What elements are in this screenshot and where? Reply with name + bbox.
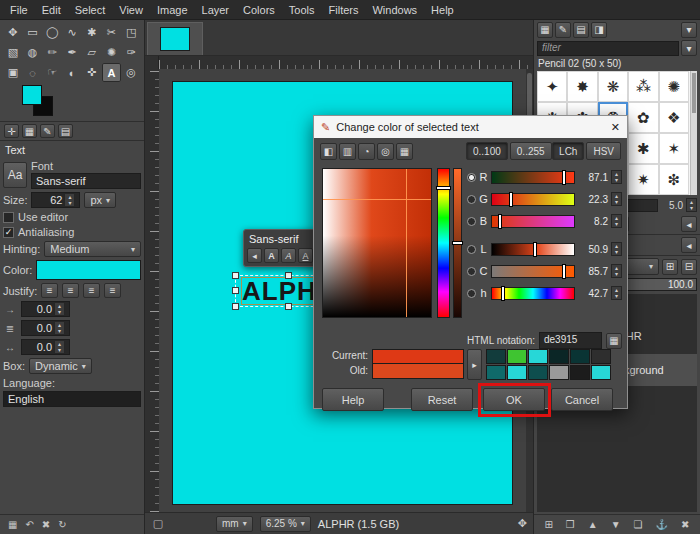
use-editor-checkbox[interactable] bbox=[3, 212, 14, 223]
language-input[interactable]: English bbox=[3, 391, 141, 407]
hue-strip[interactable] bbox=[437, 168, 450, 318]
size-input[interactable]: 62 ▴ ▾ bbox=[31, 192, 80, 208]
brush-scrollbar[interactable] bbox=[690, 71, 697, 195]
letter-spacing-value[interactable]: 0.0 bbox=[26, 341, 52, 353]
slider-track-h[interactable] bbox=[491, 287, 575, 300]
palette-swatch[interactable] bbox=[528, 365, 548, 380]
selection-handle[interactable] bbox=[232, 303, 239, 310]
tab-brushes-icon[interactable]: ▦ bbox=[537, 22, 553, 38]
palette-swatch[interactable] bbox=[591, 349, 611, 364]
palette-swatch[interactable] bbox=[507, 365, 527, 380]
palette-swatch[interactable] bbox=[549, 349, 569, 364]
radio-h[interactable] bbox=[467, 289, 476, 298]
spin-down-icon[interactable]: ▾ bbox=[65, 200, 74, 206]
indent-input[interactable]: 0.0 ▴ ▾ bbox=[21, 301, 70, 317]
use-editor-row[interactable]: Use editor bbox=[3, 211, 141, 223]
tab-patterns-icon[interactable]: ✎ bbox=[555, 22, 571, 38]
restore-options-icon[interactable]: ↶ bbox=[25, 519, 33, 530]
hsv-button[interactable]: HSV bbox=[586, 142, 621, 160]
tool-text-icon[interactable]: A bbox=[102, 63, 122, 82]
underline-button[interactable]: A bbox=[298, 248, 313, 263]
slider-value[interactable]: 8.2 bbox=[578, 216, 608, 227]
justify-right-button[interactable]: ≡ bbox=[62, 283, 79, 298]
tab-gradients-icon[interactable]: ◨ bbox=[591, 22, 607, 38]
brush-item[interactable]: ❇ bbox=[659, 164, 689, 195]
new-group-icon[interactable]: ❒ bbox=[566, 519, 575, 530]
tool-free-select-icon[interactable]: ∿ bbox=[62, 23, 82, 42]
spacing-spinner[interactable]: ▴ ▾ bbox=[686, 198, 697, 212]
brush-item[interactable]: ✶ bbox=[659, 133, 689, 164]
tool-blur-icon[interactable]: ◌ bbox=[23, 63, 43, 82]
collapse-panel-icon[interactable]: ◂ bbox=[681, 216, 697, 232]
cancel-button[interactable]: Cancel bbox=[551, 388, 613, 411]
spin-down-icon[interactable]: ▾ bbox=[612, 249, 621, 255]
delete-options-icon[interactable]: ✖ bbox=[42, 519, 50, 530]
slider-spinner[interactable]: ▴▾ bbox=[611, 192, 622, 206]
justify-fill-button[interactable]: ≡ bbox=[104, 283, 121, 298]
line-spacing-value[interactable]: 0.0 bbox=[26, 322, 52, 334]
menu-image[interactable]: Image bbox=[157, 4, 188, 16]
close-icon[interactable]: ✕ bbox=[611, 121, 620, 134]
menu-file[interactable]: File bbox=[10, 4, 28, 16]
slider-value[interactable]: 42.7 bbox=[578, 288, 608, 299]
anchor-layer-icon[interactable]: ⚓ bbox=[656, 519, 668, 530]
indent-spinner[interactable]: ▴ ▾ bbox=[54, 302, 65, 316]
tab-device-status-icon[interactable]: ▦ bbox=[22, 124, 37, 138]
slider-track-r[interactable] bbox=[491, 171, 575, 184]
tab-tool-options-icon[interactable]: ✛ bbox=[4, 124, 19, 138]
old-color-swatch[interactable] bbox=[372, 364, 464, 379]
radio-r[interactable] bbox=[467, 173, 476, 182]
slider-marker[interactable] bbox=[499, 215, 501, 228]
foreground-color-swatch[interactable] bbox=[22, 85, 42, 105]
brush-item[interactable]: ⁂ bbox=[628, 71, 658, 102]
palette-swatch[interactable] bbox=[570, 349, 590, 364]
dock-collapse-icon[interactable]: ◂ bbox=[681, 237, 697, 253]
spin-down-icon[interactable]: ▾ bbox=[612, 271, 621, 277]
ruler-corner[interactable] bbox=[145, 56, 159, 69]
dock-menu-chevron-icon[interactable]: ▾ bbox=[681, 22, 697, 38]
brush-item[interactable]: ✦ bbox=[537, 71, 567, 102]
menu-windows[interactable]: Windows bbox=[372, 4, 417, 16]
radio-b[interactable] bbox=[467, 217, 476, 226]
palette-selector-icon[interactable]: ▦ bbox=[396, 143, 413, 160]
lch-button[interactable]: LCh bbox=[552, 142, 584, 160]
lower-layer-icon[interactable]: ▼ bbox=[611, 519, 621, 530]
justify-left-button[interactable]: ≡ bbox=[41, 283, 58, 298]
brush-item[interactable]: ❋ bbox=[598, 71, 628, 102]
palette-swatch[interactable] bbox=[486, 349, 506, 364]
tool-fuzzy-select-icon[interactable]: ✱ bbox=[82, 23, 102, 42]
zoom-dropdown[interactable]: 6.25 % ▾ bbox=[260, 516, 311, 532]
new-layer-icon[interactable]: ⊞ bbox=[544, 519, 552, 530]
slider-marker[interactable] bbox=[563, 265, 565, 278]
brush-item[interactable]: ✷ bbox=[628, 164, 658, 195]
slider-marker[interactable] bbox=[510, 193, 512, 206]
spin-down-icon[interactable]: ▾ bbox=[612, 199, 621, 205]
raise-layer-icon[interactable]: ▲ bbox=[588, 519, 598, 530]
selection-handle[interactable] bbox=[285, 303, 292, 310]
tool-smudge-icon[interactable]: ☞ bbox=[42, 63, 62, 82]
menu-select[interactable]: Select bbox=[75, 4, 106, 16]
palette-swatch[interactable] bbox=[570, 365, 590, 380]
slider-value[interactable]: 87.1 bbox=[578, 172, 608, 183]
bold-button[interactable]: A bbox=[264, 248, 279, 263]
font-preview-button[interactable]: Aa bbox=[3, 162, 27, 188]
color-picker-button[interactable]: ▦ bbox=[606, 333, 622, 349]
unit-dropdown[interactable]: px ▾ bbox=[84, 192, 116, 208]
tool-zoom-icon[interactable]: ◎ bbox=[121, 63, 141, 82]
letter-spacing-spinner[interactable]: ▴ ▾ bbox=[54, 340, 65, 354]
slider-value[interactable]: 85.7 bbox=[578, 266, 608, 277]
wheel-selector-icon[interactable]: ◎ bbox=[377, 143, 394, 160]
ok-button[interactable]: OK bbox=[483, 388, 545, 411]
range-0-255-button[interactable]: 0..255 bbox=[510, 142, 552, 160]
slider-value[interactable]: 50.9 bbox=[578, 244, 608, 255]
strip-marker[interactable] bbox=[453, 242, 462, 244]
slider-marker[interactable] bbox=[534, 243, 536, 256]
slider-spinner[interactable]: ▴▾ bbox=[611, 214, 622, 228]
indent-value[interactable]: 0.0 bbox=[26, 303, 52, 315]
filter-chevron-icon[interactable]: ▾ bbox=[681, 40, 697, 56]
tool-bucket-fill-icon[interactable]: ◍ bbox=[23, 43, 43, 62]
slider-marker[interactable] bbox=[563, 171, 565, 184]
slider-track-c[interactable] bbox=[491, 265, 575, 278]
antialiasing-row[interactable]: ✓ Antialiasing bbox=[3, 226, 141, 238]
brush-item[interactable]: ✸ bbox=[567, 71, 597, 102]
